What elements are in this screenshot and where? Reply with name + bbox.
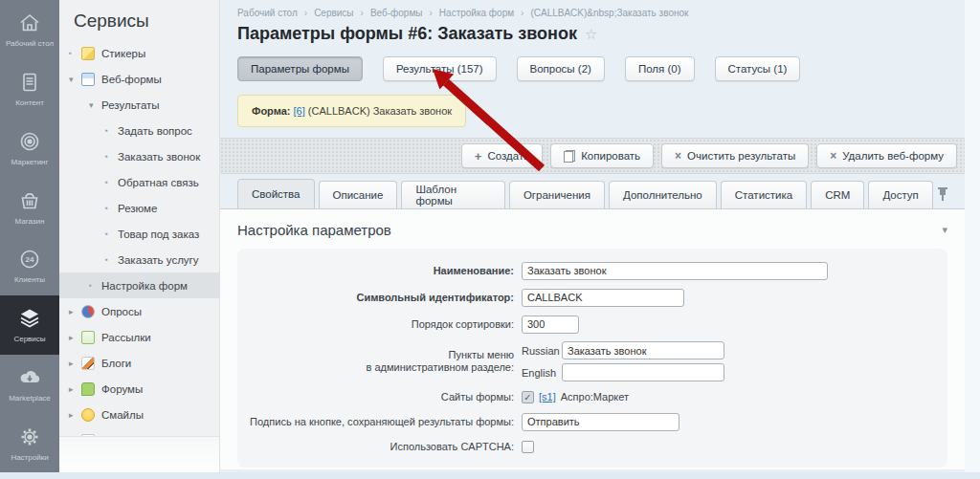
menu-item-order-call[interactable]: ▪ Заказать звонок: [59, 143, 219, 169]
menu-item-label: Обратная связь: [118, 177, 199, 188]
rail-item-content[interactable]: Контент: [0, 59, 59, 119]
tab-properties[interactable]: Свойства: [237, 179, 315, 208]
chevron-right-icon[interactable]: ▸: [69, 307, 81, 316]
collapse-section-icon[interactable]: ▾: [942, 224, 947, 236]
favorite-star-icon[interactable]: ☆: [585, 26, 597, 43]
rail-item-label: Клиенты: [14, 275, 45, 284]
menu-item-label: Настройка форм: [101, 280, 188, 292]
statuses-button[interactable]: Статусы (1): [715, 56, 801, 81]
gear-icon: [17, 425, 42, 449]
delete-webform-button[interactable]: × Удалить веб-форму: [816, 143, 957, 168]
site-checkbox[interactable]: ✓: [522, 391, 534, 403]
tab-form-template[interactable]: Шаблон формы: [401, 181, 504, 208]
tab-statistics[interactable]: Статистика: [721, 181, 807, 208]
clear-results-button[interactable]: × Очистить результаты: [661, 143, 809, 168]
x-icon: ×: [675, 149, 681, 163]
form-info-banner: Форма: [6] (CALLBACK) Заказать звонок: [237, 95, 466, 127]
tab-crm[interactable]: CRM: [811, 181, 864, 208]
bullet-icon: ▪: [105, 204, 118, 212]
sort-order-label: Порядок сортировки:: [237, 318, 522, 331]
symbolic-id-input[interactable]: [522, 289, 684, 307]
menu-item-order-service[interactable]: ▪ Заказать услугу: [59, 247, 219, 272]
menu-item-form-settings[interactable]: ▪ Настройка форм: [59, 272, 219, 298]
rail-item-marketplace[interactable]: Marketplace: [0, 355, 59, 414]
chevron-down-icon[interactable]: ▾: [69, 75, 81, 84]
pin-icon[interactable]: [937, 186, 947, 202]
rail-item-label: Маркетинг: [11, 158, 49, 166]
copy-icon: [564, 150, 575, 163]
menu-title-russian-input[interactable]: [562, 341, 724, 359]
rail-item-label: Marketplace: [9, 394, 51, 403]
breadcrumb-item[interactable]: (CALLBACK)&nbsp;Заказать звонок: [530, 8, 688, 18]
menu-item-polls[interactable]: ▸ Опросы: [59, 298, 219, 324]
smiley-icon: [81, 408, 95, 422]
menu-item-forums[interactable]: ▸ Форумы: [59, 376, 219, 402]
rail-item-services[interactable]: Сервисы: [0, 295, 59, 355]
svg-text:24: 24: [26, 255, 34, 264]
breadcrumb-item[interactable]: Сервисы: [314, 8, 353, 18]
copy-button[interactable]: Копировать: [550, 143, 654, 168]
page-title: Параметры формы #6: Заказать звонок: [237, 24, 577, 44]
cloud-download-icon: [17, 365, 42, 390]
menu-item-product-order[interactable]: ▪ Товар под заказ: [59, 221, 219, 247]
menu-item-label: Опросы: [101, 306, 142, 317]
captcha-checkbox[interactable]: [522, 441, 534, 453]
chevron-right-icon[interactable]: ▸: [69, 333, 81, 342]
tab-additional[interactable]: Дополнительно: [609, 181, 717, 208]
menu-item-label: Резюме: [118, 203, 157, 214]
menu-item-webforms[interactable]: ▾ Веб-формы: [59, 66, 219, 92]
tab-restrictions[interactable]: Ограничения: [509, 181, 605, 208]
rail-item-label: Настройки: [11, 453, 48, 462]
menu-item-label: Товар под заказ: [118, 229, 199, 240]
action-toolbar: + Создать Копировать × Очистить результа…: [220, 138, 965, 174]
tab-description[interactable]: Описание: [319, 181, 398, 208]
menu-item-ask-question[interactable]: ▪ Задать вопрос: [59, 118, 219, 143]
rail-item-shop[interactable]: Магазин: [0, 177, 59, 236]
lang-russian-label: Russian: [522, 345, 562, 357]
rail-item-label: Рабочий стол: [6, 39, 54, 48]
questions-button[interactable]: Вопросы (2): [517, 56, 605, 81]
save-button-caption-label: Подпись на кнопке, сохраняющей результат…: [237, 416, 522, 428]
chevron-right-icon[interactable]: ▸: [69, 384, 81, 394]
save-button-caption-input[interactable]: [522, 413, 679, 431]
banner-text: (CALLBACK) Заказать звонок: [308, 105, 452, 117]
menu-item-resume[interactable]: ▪ Резюме: [59, 195, 219, 221]
site-id-link[interactable]: [s1]: [539, 391, 556, 403]
menu-item-label: Результаты: [101, 99, 160, 111]
rail-item-clients[interactable]: 24 Клиенты: [0, 236, 59, 295]
sort-order-input[interactable]: [522, 316, 579, 334]
results-button[interactable]: Результаты (157): [383, 56, 497, 81]
menu-item-results[interactable]: ▾ Результаты: [59, 92, 219, 118]
rail-item-desktop[interactable]: Рабочий стол: [0, 0, 59, 59]
form-sites-label: Сайты формы:: [237, 391, 522, 403]
create-button[interactable]: + Создать: [461, 143, 543, 168]
submenu-footer: [59, 436, 219, 472]
basket-icon: [17, 188, 42, 213]
breadcrumb-item[interactable]: Рабочий стол: [237, 8, 298, 18]
fields-button[interactable]: Поля (0): [625, 56, 695, 81]
delete-webform-label: Удалить веб-форму: [842, 150, 944, 162]
form-params-button[interactable]: Параметры формы: [237, 56, 363, 81]
form-settings-box: Наименование: Символьный идентификатор: …: [237, 249, 947, 468]
name-input[interactable]: [522, 262, 828, 280]
rail-item-settings[interactable]: Настройки: [0, 413, 59, 472]
tab-access[interactable]: Доступ: [868, 181, 932, 208]
menu-item-label: Стикеры: [101, 48, 145, 59]
menu-item-feedback[interactable]: ▪ Обратная связь: [59, 169, 219, 195]
menu-item-smileys[interactable]: ▸ Смайлы: [59, 402, 219, 427]
menu-item-stickers[interactable]: ▪ Стикеры: [59, 40, 219, 66]
rail-item-marketing[interactable]: Маркетинг: [0, 119, 59, 178]
webform-icon: [81, 73, 95, 86]
main-area: Рабочий стол › Сервисы › Веб-формы › Нас…: [220, 0, 965, 472]
chevron-down-icon[interactable]: ▾: [89, 100, 101, 110]
clients-24-icon: 24: [17, 247, 42, 272]
breadcrumb-item[interactable]: Настройка форм: [439, 8, 514, 18]
menu-item-newsletters[interactable]: ▸ Рассылки: [59, 324, 219, 350]
menu-item-blogs[interactable]: ▸ Блоги: [59, 350, 219, 376]
breadcrumb-item[interactable]: Веб-формы: [370, 8, 423, 18]
chevron-right-icon[interactable]: ▸: [69, 410, 81, 420]
form-id-link[interactable]: [6]: [294, 105, 305, 117]
menu-title-english-input[interactable]: [562, 363, 724, 381]
rail-item-label: Магазин: [15, 217, 45, 226]
chevron-right-icon[interactable]: ▸: [69, 359, 81, 368]
